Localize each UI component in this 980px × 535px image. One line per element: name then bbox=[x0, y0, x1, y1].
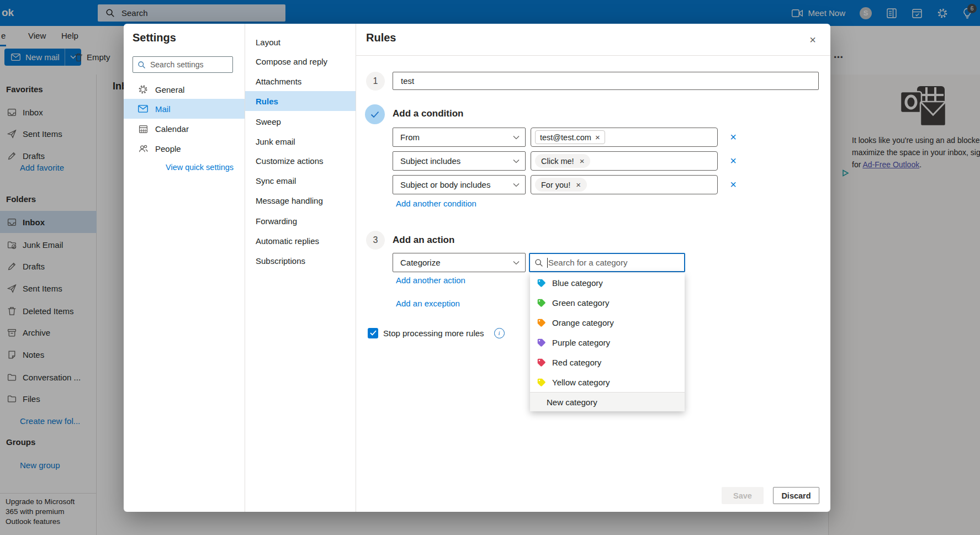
chip-label: Click me! bbox=[541, 157, 574, 166]
category-option-red[interactable]: Red category bbox=[530, 352, 685, 372]
subnav-attachments[interactable]: Attachments bbox=[245, 71, 356, 91]
category-label: Red category bbox=[552, 358, 601, 367]
dropdown-value: Subject includes bbox=[400, 156, 460, 166]
chevron-down-icon bbox=[513, 159, 520, 163]
subnav-automatic-replies[interactable]: Automatic replies bbox=[245, 231, 356, 251]
subnav-subscriptions[interactable]: Subscriptions bbox=[245, 251, 356, 271]
condition-field-dropdown[interactable]: From bbox=[393, 128, 526, 147]
tag-icon bbox=[537, 378, 546, 387]
category-option-blue[interactable]: Blue category bbox=[530, 273, 685, 293]
settings-nav-general[interactable]: General bbox=[124, 80, 245, 99]
condition-row: From test@test.com× × bbox=[393, 128, 867, 147]
stop-processing-row: Stop processing more rules i bbox=[368, 324, 505, 342]
category-label: Yellow category bbox=[552, 378, 610, 387]
rule-name-input[interactable] bbox=[393, 72, 819, 90]
chip-label: For you! bbox=[541, 181, 570, 189]
category-option-purple[interactable]: Purple category bbox=[530, 332, 685, 352]
value-chip: For you!× bbox=[535, 178, 587, 192]
dropdown-value: From bbox=[400, 133, 420, 142]
settings-title: Settings bbox=[133, 31, 176, 44]
chip-label: test@test.com bbox=[540, 133, 591, 142]
subnav-rules[interactable]: Rules bbox=[245, 91, 356, 111]
settings-modal: Settings General Mail Calendar bbox=[124, 24, 830, 512]
settings-nav-mail[interactable]: Mail bbox=[124, 99, 245, 119]
condition-field-dropdown[interactable]: Subject or body includes bbox=[393, 175, 526, 194]
nav-label: Calendar bbox=[155, 124, 189, 134]
subnav-forwarding[interactable]: Forwarding bbox=[245, 211, 356, 231]
value-chip: test@test.com× bbox=[535, 130, 605, 144]
step-1-badge: 1 bbox=[366, 72, 385, 91]
category-dropdown-list: Blue category Green category Orange cate… bbox=[530, 273, 685, 411]
category-option-green[interactable]: Green category bbox=[530, 293, 685, 312]
settings-nav-calendar[interactable]: Calendar bbox=[124, 119, 245, 139]
condition-row: Subject or body includes For you!× × bbox=[393, 175, 867, 194]
chevron-down-icon bbox=[513, 261, 520, 265]
nav-label: Mail bbox=[155, 104, 171, 114]
divider bbox=[356, 55, 830, 56]
subnav-customize-actions[interactable]: Customize actions bbox=[245, 151, 356, 171]
condition-field-dropdown[interactable]: Subject includes bbox=[393, 151, 526, 171]
category-label: Blue category bbox=[552, 278, 603, 288]
stop-processing-label: Stop processing more rules bbox=[383, 329, 484, 338]
category-option-orange[interactable]: Orange category bbox=[530, 312, 685, 332]
delete-condition-icon[interactable]: × bbox=[727, 130, 740, 144]
add-an-exception-link[interactable]: Add an exception bbox=[396, 299, 460, 308]
settings-nav-people[interactable]: People bbox=[124, 139, 245, 158]
settings-search-input[interactable] bbox=[150, 60, 222, 69]
calendar-icon bbox=[138, 124, 148, 134]
category-label: Orange category bbox=[552, 318, 614, 327]
value-chip: Click me!× bbox=[535, 154, 590, 168]
close-icon[interactable]: × bbox=[806, 33, 819, 46]
stop-processing-checkbox[interactable] bbox=[368, 328, 378, 338]
dropdown-value: Subject or body includes bbox=[400, 180, 490, 189]
settings-search-box[interactable] bbox=[133, 56, 233, 73]
tag-icon bbox=[537, 358, 546, 367]
people-icon bbox=[138, 144, 148, 153]
condition-value-box[interactable]: Click me!× bbox=[531, 151, 718, 171]
discard-button[interactable]: Discard bbox=[773, 487, 819, 504]
tag-icon bbox=[537, 298, 546, 308]
condition-heading: Add a condition bbox=[393, 108, 463, 119]
add-another-condition-link[interactable]: Add another condition bbox=[396, 199, 476, 208]
tag-icon bbox=[537, 318, 546, 327]
category-label: Green category bbox=[552, 298, 609, 308]
rules-title: Rules bbox=[366, 31, 396, 44]
action-field-dropdown[interactable]: Categorize bbox=[393, 253, 526, 272]
category-search-box[interactable]: Search for a category bbox=[529, 253, 685, 272]
tag-icon bbox=[537, 338, 546, 347]
info-icon[interactable]: i bbox=[494, 328, 505, 338]
envelope-icon bbox=[138, 105, 148, 113]
condition-row: Subject includes Click me!× × bbox=[393, 151, 867, 171]
delete-condition-icon[interactable]: × bbox=[727, 154, 740, 167]
chip-remove-icon[interactable]: × bbox=[576, 180, 581, 189]
delete-condition-icon[interactable]: × bbox=[727, 178, 740, 191]
view-quick-settings-link[interactable]: View quick settings bbox=[166, 163, 234, 172]
chevron-down-icon bbox=[513, 135, 520, 140]
subnav-message-handling[interactable]: Message handling bbox=[245, 190, 356, 210]
save-button[interactable]: Save bbox=[722, 487, 764, 504]
outlook-app: ok Meet Now S bbox=[0, 0, 980, 535]
subnav-sync-email[interactable]: Sync email bbox=[245, 171, 356, 190]
subnav-layout[interactable]: Layout bbox=[245, 32, 356, 52]
nav-label: General bbox=[155, 85, 184, 94]
subnav-compose-and-reply[interactable]: Compose and reply bbox=[245, 51, 356, 71]
tag-icon bbox=[537, 278, 546, 288]
new-category-button[interactable]: New category bbox=[530, 392, 685, 411]
search-icon bbox=[137, 61, 146, 69]
chip-remove-icon[interactable]: × bbox=[595, 133, 600, 142]
chip-remove-icon[interactable]: × bbox=[580, 156, 585, 166]
nav-label: People bbox=[155, 144, 181, 153]
search-icon bbox=[534, 258, 543, 267]
step-3-badge: 3 bbox=[366, 231, 385, 250]
subnav-junk-email[interactable]: Junk email bbox=[245, 131, 356, 151]
subnav-sweep[interactable]: Sweep bbox=[245, 112, 356, 131]
category-label: Purple category bbox=[552, 338, 610, 347]
mail-settings-subnav: Layout Compose and reply Attachments Rul… bbox=[245, 24, 356, 512]
condition-value-box[interactable]: For you!× bbox=[531, 175, 718, 194]
action-heading: Add an action bbox=[393, 235, 454, 246]
dropdown-value: Categorize bbox=[400, 258, 441, 267]
gear-icon bbox=[138, 84, 148, 94]
condition-value-box[interactable]: test@test.com× bbox=[531, 128, 718, 147]
category-option-yellow[interactable]: Yellow category bbox=[530, 372, 685, 392]
add-another-action-link[interactable]: Add another action bbox=[396, 276, 465, 285]
